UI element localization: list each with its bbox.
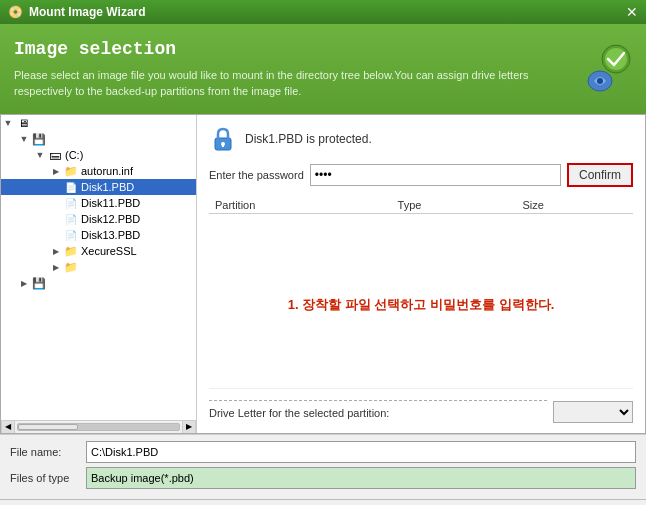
- header-text: Image selection Please select an image f…: [14, 39, 554, 100]
- xecure-label: XecureSSL: [81, 245, 137, 257]
- computer-icon: 🖥: [15, 116, 31, 130]
- cdrive-label: (C:): [65, 149, 83, 161]
- title-bar-icon: 📀: [8, 5, 23, 19]
- title-bar-title: Mount Image Wizard: [29, 5, 146, 19]
- horizontal-scrollbar[interactable]: ◀ ▶: [1, 420, 196, 433]
- tree-item-xecure[interactable]: ▶ 📁 XecureSSL: [1, 243, 196, 259]
- arrow-root: ▼: [1, 118, 15, 128]
- scroll-left[interactable]: ◀: [1, 420, 15, 433]
- files-of-type-label: Files of type: [10, 472, 80, 484]
- files-of-type-input[interactable]: [86, 467, 636, 489]
- wizard-icon: [580, 43, 632, 95]
- svg-rect-6: [222, 144, 224, 147]
- header-description: Please select an image file you would li…: [14, 67, 554, 100]
- tree-item-disk12[interactable]: 📄 Disk12.PBD: [1, 211, 196, 227]
- drive-letter-select[interactable]: A: B: C: D: E:: [553, 401, 633, 423]
- arrow-hdd: ▼: [17, 134, 31, 144]
- password-input[interactable]: [310, 164, 561, 186]
- hdd-icon: 💾: [31, 132, 47, 146]
- disk11-label: Disk11.PBD: [81, 197, 140, 209]
- folder-autorun-icon: 📁: [63, 164, 79, 178]
- tree-item-disk13[interactable]: 📄 Disk13.PBD: [1, 227, 196, 243]
- password-row: Enter the password Confirm: [209, 163, 633, 187]
- instruction-text: 1. 장착할 파일 선택하고 비밀번호를 입력한다.: [209, 222, 633, 388]
- folder-xecure-icon: 📁: [63, 244, 79, 258]
- disk12-label: Disk12.PBD: [81, 213, 140, 225]
- right-pane: Disk1.PBD is protected. Enter the passwo…: [197, 115, 645, 433]
- title-bar-left: 📀 Mount Image Wizard: [8, 5, 146, 19]
- bottom-section: File name: Files of type: [0, 434, 646, 499]
- protected-text: Disk1.PBD is protected.: [245, 132, 372, 146]
- scroll-thumb[interactable]: [18, 424, 78, 430]
- col-type: Type: [392, 197, 517, 214]
- tree-item-hdd-group[interactable]: ▼ 💾: [1, 131, 196, 147]
- files-of-type-row: Files of type: [10, 467, 636, 489]
- arrow-xecure: ▶: [49, 247, 63, 256]
- file-name-input[interactable]: [86, 441, 636, 463]
- disk13-label: Disk13.PBD: [81, 229, 140, 241]
- tree-item-cdrive[interactable]: ▼ 🖴 (C:): [1, 147, 196, 163]
- left-pane: ▼ 🖥 ▼ 💾 ▼ 🖴 (C:): [1, 115, 197, 433]
- tree-item-autorun[interactable]: ▶ 📁 autorun.inf: [1, 163, 196, 179]
- tree-item-disk1[interactable]: 📄 Disk1.PBD: [1, 179, 196, 195]
- file-name-row: File name:: [10, 441, 636, 463]
- file-disk12-icon: 📄: [63, 212, 79, 226]
- lock-icon: [209, 125, 237, 153]
- protected-banner: Disk1.PBD is protected.: [209, 125, 633, 153]
- header-title: Image selection: [14, 39, 554, 59]
- scroll-right[interactable]: ▶: [182, 420, 196, 433]
- header-section: Image selection Please select an image f…: [0, 24, 646, 114]
- hdd2-icon: 💾: [31, 276, 47, 290]
- main-content: ▼ 🖥 ▼ 💾 ▼ 🖴 (C:): [0, 114, 646, 434]
- scroll-track[interactable]: [17, 423, 180, 431]
- partition-table: Partition Type Size: [209, 197, 633, 214]
- file-disk11-icon: 📄: [63, 196, 79, 210]
- drive-icon: 🖴: [47, 148, 63, 162]
- instruction-text-label: 1. 장착할 파일 선택하고 비밀번호를 입력한다.: [288, 296, 555, 314]
- password-label: Enter the password: [209, 169, 304, 181]
- svg-point-3: [597, 78, 603, 84]
- footer: ? Help <Back Next> Cancel: [0, 499, 646, 505]
- arrow-group: ▶: [49, 263, 63, 272]
- folder-group-icon: 📁: [63, 260, 79, 274]
- autorun-label: autorun.inf: [81, 165, 133, 177]
- title-bar: 📀 Mount Image Wizard ✕: [0, 0, 646, 24]
- arrow-autorun: ▶: [49, 167, 63, 176]
- drive-letter-label: Drive Letter for the selected partition:: [209, 400, 547, 419]
- tree-item-folder-group[interactable]: ▶ 📁: [1, 259, 196, 275]
- col-size: Size: [517, 197, 633, 214]
- tree-item-root[interactable]: ▼ 🖥: [1, 115, 196, 131]
- disk1-label: Disk1.PBD: [81, 181, 134, 193]
- file-disk13-icon: 📄: [63, 228, 79, 242]
- tree-item-hdd2[interactable]: ▶ 💾: [1, 275, 196, 291]
- col-partition: Partition: [209, 197, 392, 214]
- confirm-button[interactable]: Confirm: [567, 163, 633, 187]
- close-button[interactable]: ✕: [626, 5, 638, 19]
- file-tree[interactable]: ▼ 🖥 ▼ 💾 ▼ 🖴 (C:): [1, 115, 196, 420]
- header-icon: [580, 43, 632, 95]
- drive-letter-row: Drive Letter for the selected partition:…: [209, 388, 633, 423]
- tree-item-disk11[interactable]: 📄 Disk11.PBD: [1, 195, 196, 211]
- file-name-label: File name:: [10, 446, 80, 458]
- arrow-cdrive: ▼: [33, 150, 47, 160]
- file-disk1-icon: 📄: [63, 180, 79, 194]
- arrow-hdd2: ▶: [17, 279, 31, 288]
